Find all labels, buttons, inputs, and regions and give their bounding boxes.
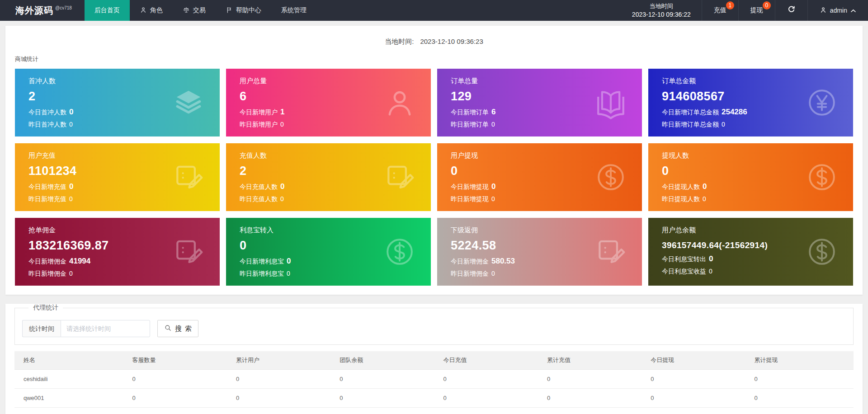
card-value: 2: [240, 164, 368, 178]
username: admin: [830, 7, 847, 14]
book-icon: [594, 86, 627, 119]
stat-time-input[interactable]: [61, 320, 150, 337]
main-menu: 后台首页 角色 交易 帮助中心 系统管理: [85, 0, 316, 21]
table-cell: 0: [542, 408, 646, 414]
caret-up-icon: [850, 7, 856, 14]
panel-time-label: 当地时间:: [385, 38, 414, 45]
agent-table: 姓名 客服数量 累计用户 团队余额 今日充值 累计充值 今日提现 累计提现 ce…: [14, 351, 854, 414]
panel-time-value: 2023-12-10 09:36:23: [420, 38, 483, 45]
table-cell: 0: [542, 370, 646, 389]
card-line2-value: 0: [280, 121, 284, 128]
card-value: 5224.58: [451, 239, 579, 253]
scales-icon: [183, 6, 190, 15]
stat-cards-grid: 首冲人数 2 今日首冲人数0 昨日首冲人数0 用户总量 6 今日新增用户1 昨日…: [15, 69, 853, 286]
table-cell: 0: [646, 408, 750, 414]
table-cell: 0: [542, 389, 646, 408]
user-icon: [820, 6, 827, 15]
card-line2-label: 昨日首冲人数: [28, 121, 66, 128]
table-cell: 0: [750, 389, 854, 408]
table-row: 123777 0 0 0 0 0 0 0: [14, 408, 854, 414]
refresh-button[interactable]: [775, 0, 807, 21]
card-line1-label: 今日新增订单: [451, 108, 489, 116]
stats-panel: 当地时间:2023-12-10 09:36:23 商城统计 首冲人数 2 今日首…: [5, 26, 863, 295]
table-cell: ceshidaili: [14, 370, 128, 389]
card-value: 914608567: [662, 89, 790, 104]
card-line2-label: 昨日新增充值: [28, 195, 66, 202]
stat-card-order-commission: 抢单佣金 183216369.87 今日新增佣金41994 昨日新增佣金0: [15, 218, 220, 286]
local-time-value: 2023-12-10 09:36:22: [632, 10, 691, 19]
refresh-icon: [787, 5, 796, 15]
card-line2-value: 0: [280, 195, 284, 202]
menu-label: 系统管理: [281, 6, 307, 14]
search-icon: [164, 324, 172, 333]
local-time-display: 当地时间 2023-12-10 09:36:22: [621, 0, 702, 21]
card-value: 183216369.87: [28, 239, 156, 253]
card-line1-value: 0: [287, 257, 291, 265]
card-line1-label: 今日充值人数: [240, 183, 278, 190]
card-line2-label: 昨日充值人数: [240, 195, 278, 202]
menu-item-trade[interactable]: 交易: [173, 0, 216, 21]
card-title: 用户总余额: [662, 226, 790, 235]
card-line2-label: 昨日新增订单总金额: [662, 121, 719, 128]
table-header-cell: 团队余额: [335, 351, 439, 370]
table-cell: 0: [750, 408, 854, 414]
card-line2-value: 0: [491, 121, 495, 128]
flag-icon: [226, 6, 233, 15]
card-line2-value: 0: [491, 270, 495, 277]
card-line1-value: 41994: [69, 257, 90, 265]
card-line1-label: 今日新增用户: [240, 108, 278, 116]
card-value: 0: [451, 164, 579, 178]
card-line1-label: 今日新增佣金: [28, 258, 66, 265]
card-value: 6: [240, 89, 368, 104]
card-value: 396157449.64(-21562914): [662, 240, 790, 250]
card-line2-value: 0: [709, 268, 712, 275]
table-header-cell: 客服数量: [128, 351, 231, 370]
card-title: 首冲人数: [28, 77, 156, 85]
card-title: 抢单佣金: [28, 226, 156, 235]
dollar-circle-icon: [594, 160, 627, 194]
card-line2-label: 今日利息宝收益: [662, 268, 706, 275]
card-line2-value: 0: [703, 195, 706, 202]
menu-label: 角色: [150, 6, 163, 14]
card-value: 1101234: [28, 164, 156, 178]
table-cell: 0: [335, 389, 439, 408]
stat-card-lixibao-in: 利息宝转入 0 今日新增利息宝0 昨日新增利息宝0: [226, 218, 431, 286]
table-cell: qwe001: [14, 389, 128, 408]
search-button[interactable]: 搜索: [157, 320, 198, 337]
table-header-cell: 累计充值: [542, 351, 646, 370]
local-time-label: 当地时间: [650, 2, 673, 10]
brand-logo[interactable]: 海外源码 @cv718: [0, 0, 85, 21]
card-line1-value: 0: [709, 254, 713, 263]
card-value: 129: [451, 89, 579, 104]
card-title: 用户总量: [240, 77, 368, 85]
brand-title: 海外源码: [15, 5, 53, 17]
menu-item-help-center[interactable]: 帮助中心: [216, 0, 271, 21]
card-line2-label: 昨日新增佣金: [451, 270, 489, 277]
card-line2-label: 昨日新增用户: [240, 121, 278, 128]
menu-item-system[interactable]: 系统管理: [271, 0, 316, 21]
table-cell: 0: [646, 370, 750, 389]
agent-stats-fieldset: 代理统计 统计时间 搜索: [14, 304, 854, 345]
edit-note-icon: [594, 235, 627, 268]
card-line2-value: 0: [69, 195, 73, 202]
card-line2-value: 0: [722, 121, 725, 128]
recharge-nav-button[interactable]: 充值 1: [702, 0, 738, 21]
edit-note-icon: [172, 235, 205, 268]
card-line2-label: 昨日新增利息宝: [240, 270, 284, 277]
menu-item-roles[interactable]: 角色: [130, 0, 173, 21]
stat-card-user-withdraw: 用户提现 0 今日新增提现0 昨日新增提现0: [437, 143, 642, 211]
menu-item-dashboard[interactable]: 后台首页: [85, 0, 130, 21]
card-line2-label: 昨日新增佣金: [28, 270, 66, 277]
stat-card-withdraw-users: 提现人数 0 今日提现人数0 昨日提现人数0: [648, 143, 853, 211]
navbar-right: 当地时间 2023-12-10 09:36:22 充值 1 提现 0 admin: [621, 0, 868, 21]
card-title: 用户提现: [451, 151, 579, 160]
menu-label: 后台首页: [94, 6, 120, 14]
user-menu[interactable]: admin: [807, 0, 868, 21]
card-line1-value: 580.53: [491, 257, 515, 265]
yen-circle-icon: [805, 86, 839, 119]
table-cell: 0: [231, 389, 335, 408]
withdraw-nav-button[interactable]: 提现 0: [738, 0, 775, 21]
card-line1-value: 6: [491, 108, 495, 116]
withdraw-label: 提现: [750, 6, 763, 14]
table-header-cell: 累计提现: [750, 351, 854, 370]
